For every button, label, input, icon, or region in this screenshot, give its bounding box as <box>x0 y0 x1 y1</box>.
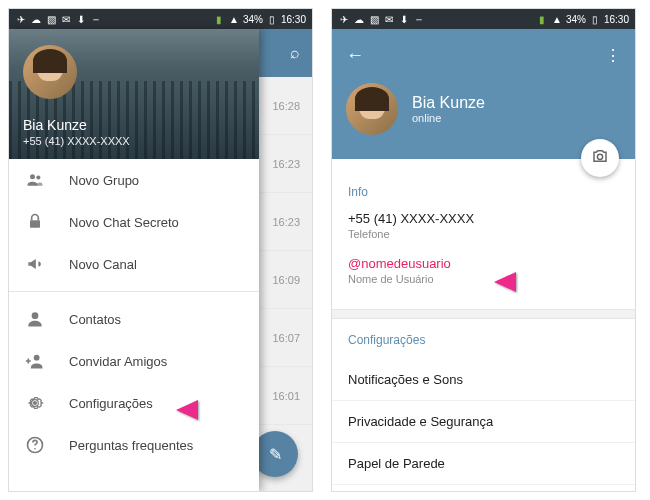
svg-point-4 <box>34 355 40 361</box>
phone-row[interactable]: +55 (41) XXXX-XXXX Telefone <box>348 211 619 240</box>
status-bar: ✈ ☁ ▧ ✉ ⬇ ⎓ ▮ ▲ 34% ▯ 16:30 <box>332 9 635 29</box>
user-phone: +55 (41) XXXX-XXXX <box>23 135 245 147</box>
battery-text: 34% <box>243 14 263 25</box>
divider <box>332 309 635 319</box>
more-icon[interactable]: ⋮ <box>605 46 621 65</box>
profile-name: Bia Kunze <box>412 94 485 112</box>
svg-point-0 <box>30 174 35 179</box>
svg-point-8 <box>597 154 602 159</box>
download-icon: ⬇ <box>398 13 410 25</box>
group-icon <box>25 170 45 190</box>
svg-point-3 <box>32 312 39 319</box>
battery-icon: ▯ <box>589 13 601 25</box>
svg-rect-2 <box>30 220 40 228</box>
username-value: @nomedeusuario <box>348 256 619 271</box>
section-title: Configurações <box>348 333 619 347</box>
image-icon: ▧ <box>368 13 380 25</box>
divider <box>9 291 259 292</box>
lock-icon <box>25 212 45 232</box>
profile-header: ← ⋮ Bia Kunze online <box>332 29 635 159</box>
mail-icon: ✉ <box>60 13 72 25</box>
setting-label: Privacidade e Segurança <box>348 414 493 429</box>
download-icon: ⬇ <box>75 13 87 25</box>
menu-new-group[interactable]: Novo Grupo <box>9 159 259 201</box>
telegram-icon: ✈ <box>15 13 27 25</box>
menu-label: Convidar Amigos <box>69 354 167 369</box>
phone-value: +55 (41) XXXX-XXXX <box>348 211 619 226</box>
wifi-icon: ▲ <box>228 13 240 25</box>
battery-icon: ▯ <box>266 13 278 25</box>
svg-point-7 <box>34 448 36 450</box>
person-add-icon <box>25 351 45 371</box>
battery-text: 34% <box>566 14 586 25</box>
camera-fab[interactable] <box>581 139 619 177</box>
phone-label: Telefone <box>348 228 619 240</box>
pencil-icon: ✎ <box>269 445 282 464</box>
menu-new-secret-chat[interactable]: Novo Chat Secreto <box>9 201 259 243</box>
cloud-icon: ☁ <box>353 13 365 25</box>
signal-icon: ▮ <box>213 13 225 25</box>
menu-faq[interactable]: Perguntas frequentes <box>9 424 259 466</box>
search-icon[interactable]: ⌕ <box>290 44 300 62</box>
phone-left-drawer: ✈ ☁ ▧ ✉ ⬇ ⎓ ▮ ▲ 34% ▯ 16:30 ⌕ 16:28 16:2… <box>8 8 313 492</box>
menu-new-channel[interactable]: Novo Canal <box>9 243 259 285</box>
megaphone-icon <box>25 254 45 274</box>
menu-label: Perguntas frequentes <box>69 438 193 453</box>
wifi-icon: ▲ <box>551 13 563 25</box>
username-row[interactable]: @nomedeusuario Nome de Usuário <box>348 256 619 285</box>
settings-section: Configurações <box>332 319 635 347</box>
menu-label: Novo Chat Secreto <box>69 215 179 230</box>
setting-privacy[interactable]: Privacidade e Segurança <box>332 401 635 443</box>
user-name: Bia Kunze <box>23 117 245 133</box>
menu-label: Novo Canal <box>69 257 137 272</box>
annotation-arrow <box>174 393 254 427</box>
status-bar: ✈ ☁ ▧ ✉ ⬇ ⎓ ▮ ▲ 34% ▯ 16:30 <box>9 9 312 29</box>
setting-language[interactable]: Idioma Português (Brasil) <box>332 485 635 492</box>
battery-icon2: ⎓ <box>90 13 102 25</box>
clock-text: 16:30 <box>281 14 306 25</box>
section-title: Info <box>348 185 619 199</box>
username-label: Nome de Usuário <box>348 273 619 285</box>
menu-contacts[interactable]: Contatos <box>9 298 259 340</box>
image-icon: ▧ <box>45 13 57 25</box>
svg-point-1 <box>36 175 40 179</box>
menu-label: Configurações <box>69 396 153 411</box>
signal-icon: ▮ <box>536 13 548 25</box>
avatar[interactable] <box>23 45 77 99</box>
mail-icon: ✉ <box>383 13 395 25</box>
battery-icon2: ⎓ <box>413 13 425 25</box>
phone-right-profile: ✈ ☁ ▧ ✉ ⬇ ⎓ ▮ ▲ 34% ▯ 16:30 ← ⋮ <box>331 8 636 492</box>
menu-invite-friends[interactable]: Convidar Amigos <box>9 340 259 382</box>
svg-point-5 <box>33 401 37 405</box>
person-icon <box>25 309 45 329</box>
cloud-icon: ☁ <box>30 13 42 25</box>
setting-notifications[interactable]: Notificações e Sons <box>332 359 635 401</box>
menu-label: Novo Grupo <box>69 173 139 188</box>
back-icon[interactable]: ← <box>346 45 364 66</box>
avatar[interactable] <box>346 83 398 135</box>
profile-status: online <box>412 112 485 124</box>
drawer-header[interactable]: Bia Kunze +55 (41) XXXX-XXXX <box>9 29 259 159</box>
help-icon <box>25 435 45 455</box>
setting-wallpaper[interactable]: Papel de Parede <box>332 443 635 485</box>
clock-text: 16:30 <box>604 14 629 25</box>
camera-icon <box>591 147 609 169</box>
menu-label: Contatos <box>69 312 121 327</box>
setting-label: Papel de Parede <box>348 456 445 471</box>
gear-icon <box>25 393 45 413</box>
setting-label: Notificações e Sons <box>348 372 463 387</box>
info-section: Info +55 (41) XXXX-XXXX Telefone @nomede… <box>332 159 635 309</box>
annotation-arrow <box>492 265 572 299</box>
telegram-icon: ✈ <box>338 13 350 25</box>
